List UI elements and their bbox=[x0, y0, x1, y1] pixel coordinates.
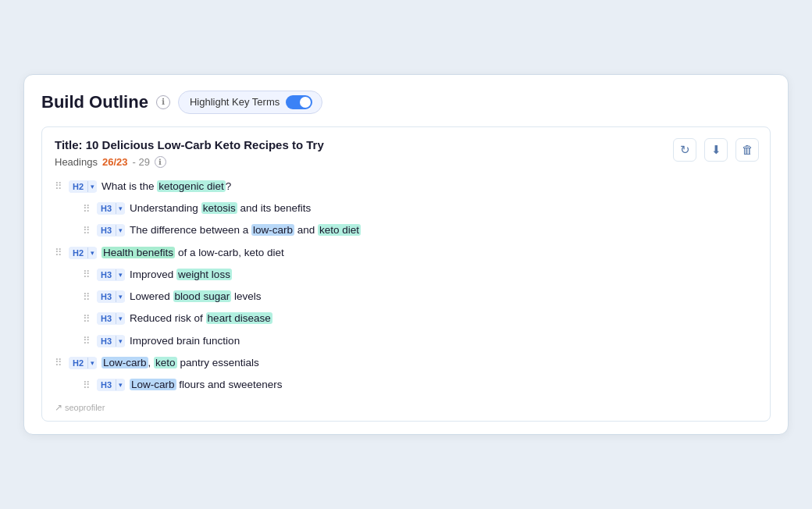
outline-item: ⠿H3▾Lowered blood sugar levels bbox=[55, 286, 754, 308]
drag-handle[interactable]: ⠿ bbox=[55, 357, 64, 368]
drag-handle[interactable]: ⠿ bbox=[83, 313, 92, 325]
download-icon: ⬇ bbox=[711, 143, 721, 157]
drag-handle[interactable]: ⠿ bbox=[83, 291, 92, 303]
heading-badge: H2▾ bbox=[69, 357, 97, 369]
highlighted-term: Low-carb bbox=[130, 379, 176, 390]
outline-item: ⠿H3▾Reduced risk of heart disease bbox=[55, 308, 754, 329]
headings-label: Headings bbox=[55, 156, 98, 168]
heading-type-label: H2 bbox=[69, 357, 87, 369]
drag-handle[interactable]: ⠿ bbox=[55, 247, 64, 258]
outline-item: ⠿H3▾Understanding ketosis and its benefi… bbox=[55, 198, 754, 219]
heading-dropdown-button[interactable]: ▾ bbox=[116, 225, 125, 236]
heading-badge: H3▾ bbox=[97, 269, 125, 281]
heading-dropdown-button[interactable]: ▾ bbox=[116, 291, 125, 302]
outline-item: ⠿H2▾Health benefits of a low-carb, keto … bbox=[55, 242, 754, 264]
item-text: Health benefits of a low-carb, keto diet bbox=[102, 245, 754, 261]
heading-type-label: H3 bbox=[97, 335, 116, 347]
heading-dropdown-button[interactable]: ▾ bbox=[116, 313, 125, 324]
heading-badge: H2▾ bbox=[69, 247, 97, 259]
item-text: Low-carb, keto pantry essentials bbox=[102, 355, 754, 371]
outline-toolbar: ↻ ⬇ 🗑 bbox=[673, 138, 759, 162]
download-button[interactable]: ⬇ bbox=[704, 138, 728, 162]
delete-button[interactable]: 🗑 bbox=[735, 138, 759, 162]
headings-info-icon[interactable]: ℹ bbox=[155, 156, 166, 168]
highlight-key-terms-toggle[interactable]: Highlight Key Terms bbox=[178, 91, 322, 114]
heading-badge: H2▾ bbox=[69, 180, 97, 193]
outline-list: ⠿H2▾What is the ketogenic diet?⠿H3▾Under… bbox=[55, 176, 757, 397]
panel-info-icon[interactable]: ℹ bbox=[156, 95, 170, 109]
heading-type-label: H3 bbox=[97, 224, 116, 237]
watermark: ↗ seoprofiler bbox=[55, 402, 757, 413]
highlighted-term: ketosis bbox=[201, 202, 237, 214]
panel-title: Build Outline bbox=[41, 92, 148, 112]
outline-item: ⠿H3▾Improved weight loss bbox=[55, 264, 754, 286]
heading-badge: H3▾ bbox=[97, 312, 125, 325]
outline-item: ⠿H3▾Improved brain function bbox=[55, 330, 754, 352]
highlighted-term: ketogenic diet bbox=[157, 180, 225, 192]
heading-type-label: H3 bbox=[97, 379, 116, 391]
item-text: The difference between a low-carb and ke… bbox=[130, 222, 754, 238]
drag-handle[interactable]: ⠿ bbox=[83, 379, 92, 391]
heading-badge: H3▾ bbox=[97, 224, 125, 237]
outline-item: ⠿H3▾Low-carb flours and sweeteners bbox=[55, 374, 754, 396]
drag-handle[interactable]: ⠿ bbox=[55, 180, 64, 192]
item-text: Improved brain function bbox=[130, 333, 754, 349]
headings-count: 26/23 bbox=[102, 156, 128, 168]
heading-dropdown-button[interactable]: ▾ bbox=[87, 247, 97, 258]
highlighted-term: blood sugar bbox=[173, 290, 232, 302]
panel-header: Build Outline ℹ Highlight Key Terms bbox=[41, 91, 771, 114]
heading-dropdown-button[interactable]: ▾ bbox=[116, 336, 125, 347]
outline-box: Title: 10 Delicious Low-Carb Keto Recipe… bbox=[41, 126, 771, 422]
item-text: Improved weight loss bbox=[130, 267, 754, 283]
outline-item: ⠿H2▾Low-carb, keto pantry essentials bbox=[55, 352, 754, 374]
drag-handle[interactable]: ⠿ bbox=[83, 269, 92, 280]
heading-badge: H3▾ bbox=[97, 290, 125, 303]
build-outline-panel: Build Outline ℹ Highlight Key Terms Titl… bbox=[23, 74, 789, 436]
heading-dropdown-button[interactable]: ▾ bbox=[116, 379, 125, 390]
drag-handle[interactable]: ⠿ bbox=[83, 203, 92, 215]
highlighted-term: keto diet bbox=[318, 224, 361, 236]
refresh-button[interactable]: ↻ bbox=[673, 138, 696, 162]
toggle-switch[interactable] bbox=[286, 95, 312, 109]
outline-meta: Headings 26/23 - 29 ℹ bbox=[55, 156, 757, 168]
highlighted-term: Low-carb bbox=[102, 357, 148, 368]
heading-dropdown-button[interactable]: ▾ bbox=[87, 358, 97, 368]
drag-handle[interactable]: ⠿ bbox=[83, 335, 92, 347]
highlighted-term: weight loss bbox=[176, 269, 232, 280]
outline-item: ⠿H3▾The difference between a low-carb an… bbox=[55, 219, 754, 241]
outline-doc-title: Title: 10 Delicious Low-Carb Keto Recipe… bbox=[55, 138, 757, 151]
heading-badge: H3▾ bbox=[97, 335, 125, 347]
heading-type-label: H2 bbox=[69, 247, 87, 259]
outline-item: ⠿H2▾What is the ketogenic diet? bbox=[55, 176, 754, 198]
heading-badge: H3▾ bbox=[97, 379, 125, 391]
heading-badge: H3▾ bbox=[97, 202, 125, 215]
trash-icon: 🗑 bbox=[742, 143, 753, 156]
drag-handle[interactable]: ⠿ bbox=[83, 225, 92, 237]
heading-dropdown-button[interactable]: ▾ bbox=[116, 203, 125, 214]
heading-type-label: H3 bbox=[97, 290, 116, 303]
heading-dropdown-button[interactable]: ▾ bbox=[116, 269, 125, 280]
item-text: Lowered blood sugar levels bbox=[130, 289, 754, 304]
heading-type-label: H3 bbox=[97, 202, 116, 215]
heading-type-label: H3 bbox=[97, 269, 116, 281]
highlighted-term: keto bbox=[154, 357, 177, 368]
heading-type-label: H2 bbox=[69, 180, 87, 193]
item-text: Reduced risk of heart disease bbox=[130, 311, 754, 326]
item-text: What is the ketogenic diet? bbox=[102, 179, 754, 194]
heading-type-label: H3 bbox=[97, 312, 116, 325]
heading-dropdown-button[interactable]: ▾ bbox=[87, 181, 97, 192]
toggle-label: Highlight Key Terms bbox=[190, 96, 280, 108]
refresh-icon: ↻ bbox=[680, 143, 690, 157]
highlighted-term: Health benefits bbox=[102, 247, 175, 258]
highlighted-term: low-carb bbox=[251, 224, 294, 236]
item-text: Low-carb flours and sweeteners bbox=[130, 377, 754, 393]
highlighted-term: heart disease bbox=[206, 312, 272, 324]
item-text: Understanding ketosis and its benefits bbox=[130, 201, 754, 216]
headings-range: - 29 bbox=[132, 156, 149, 168]
